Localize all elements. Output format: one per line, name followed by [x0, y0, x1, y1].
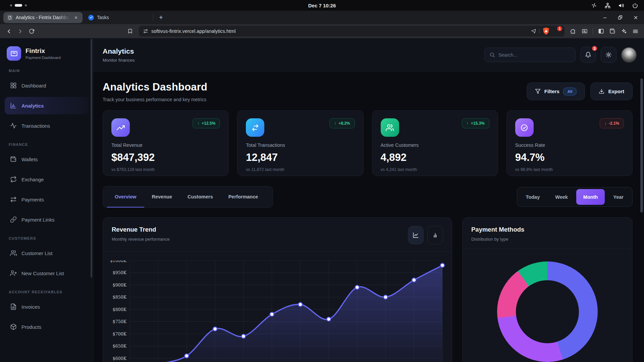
browser-tab-analytics[interactable]: Analytics - Fintrix Dashbo	[3, 12, 83, 23]
power-icon[interactable]	[632, 3, 638, 8]
range-selector: TodayWeekMonthYear	[517, 187, 633, 207]
file-icon	[10, 303, 17, 310]
svg-text:$700K: $700K	[113, 331, 127, 337]
sidebar-item-label: Transactions	[21, 123, 50, 129]
page-scrollbar[interactable]	[640, 78, 643, 213]
brave-rewards-icon[interactable]: 1	[552, 27, 560, 35]
sidebar-item-label: Analytics	[21, 103, 44, 109]
sidebar-item-dashboard[interactable]: Dashboard	[5, 77, 88, 94]
notifications-button[interactable]: 3	[580, 47, 596, 63]
wallet-icon[interactable]	[607, 26, 618, 37]
ai-sparkle-icon[interactable]	[619, 26, 629, 37]
svg-text:$850K: $850K	[113, 295, 127, 300]
range-year[interactable]: Year	[606, 189, 631, 205]
tab-revenue[interactable]: Revenue	[144, 186, 180, 207]
reload-button[interactable]	[26, 26, 37, 37]
sidebar-item-wallets[interactable]: Wallets	[5, 150, 88, 168]
window-close-button[interactable]	[632, 14, 639, 21]
stat-value: 4,892	[381, 152, 489, 164]
forward-button[interactable]	[15, 26, 25, 37]
page-title: Analytics Dashboard	[103, 81, 207, 93]
sidebar-item-payment-links[interactable]: Payment Links	[5, 211, 88, 228]
range-month[interactable]: Month	[576, 189, 605, 205]
check-circle-icon	[515, 118, 534, 137]
search-in-page-icon[interactable]	[579, 26, 590, 37]
browser-tab-tasks[interactable]: Tasks	[85, 12, 113, 23]
workspace-dot	[10, 4, 12, 6]
window-restore-button[interactable]	[616, 14, 624, 21]
sidebar-panel-icon[interactable]	[596, 26, 606, 37]
sidebar-item-payments[interactable]: Payments	[5, 191, 88, 208]
svg-text:$1000K: $1000K	[110, 260, 127, 263]
user-plus-icon	[10, 270, 17, 277]
tab-close-icon[interactable]	[73, 14, 79, 20]
site-settings-icon[interactable]	[143, 28, 148, 34]
network-icon[interactable]	[605, 3, 610, 8]
extensions-icon[interactable]	[568, 26, 579, 37]
svg-text:$950K: $950K	[113, 270, 127, 275]
input-method-icon[interactable]	[591, 3, 597, 8]
link-icon	[10, 216, 17, 223]
filters-all-badge: All	[563, 87, 577, 96]
window-minimize-button[interactable]	[601, 14, 608, 21]
brand[interactable]: Fintrix Payment Dashboard	[7, 46, 86, 61]
theme-toggle-button[interactable]	[601, 47, 616, 63]
notification-count-badge: 3	[591, 45, 598, 52]
sidebar-item-analytics[interactable]: Analytics	[5, 97, 88, 114]
payment-methods-title: Payment Methods	[471, 226, 524, 233]
range-week[interactable]: Week	[548, 189, 575, 205]
sidebar-item-transactions[interactable]: Transactions	[5, 117, 88, 134]
payment-methods-donut-chart	[497, 261, 598, 362]
system-clock[interactable]: Dec 7 10:26	[308, 3, 336, 8]
volume-icon[interactable]	[619, 3, 624, 8]
share-icon[interactable]	[531, 28, 536, 34]
sidebar-item-new-customer-list[interactable]: New Customer List	[5, 264, 88, 282]
line-chart-toggle-button[interactable]	[408, 226, 424, 244]
user-avatar[interactable]	[621, 47, 637, 63]
workspace-dot	[25, 4, 27, 6]
range-today[interactable]: Today	[519, 189, 547, 205]
arrow-up-icon: ↑	[467, 121, 469, 126]
tab-overview[interactable]: Overview	[107, 186, 144, 207]
sidebar-item-exchange[interactable]: Exchange	[5, 171, 88, 188]
search-input-wrapper	[484, 48, 576, 62]
section-label-main: MAIN	[9, 69, 84, 73]
revenue-trend-card: Revenue Trend Monthly revenue performanc…	[103, 217, 452, 362]
wallet-icon	[10, 156, 17, 163]
tab-performance[interactable]: Performance	[221, 186, 266, 207]
browser-toolbar: softivus-fintrix.vercel.app/analytics.ht…	[0, 24, 644, 38]
brave-shield-icon[interactable]	[543, 27, 549, 35]
tab-title: Tasks	[97, 15, 109, 20]
bar-chart-toggle-button[interactable]	[427, 226, 443, 244]
export-button[interactable]: Export	[590, 82, 633, 100]
revenue-trend-chart: $1000K$950K$900K$850K$800K$750K$700K$650…	[103, 252, 452, 362]
search-input[interactable]	[498, 52, 571, 58]
workspace-pill-active	[15, 4, 22, 7]
url-bar[interactable]: softivus-fintrix.vercel.app/analytics.ht…	[139, 26, 565, 37]
section-label-account-receivables: ACCOUNT RECEIVABLES	[9, 290, 84, 294]
sidebar-scrollbar[interactable]	[91, 39, 92, 278]
sidebar-item-customer-list[interactable]: Customer List	[5, 244, 88, 262]
sidebar-item-invoices[interactable]: Invoices	[5, 298, 88, 315]
sidebar-item-products[interactable]: Products	[5, 318, 88, 336]
tab-favicon	[7, 15, 13, 20]
stat-compare: vs 4,241 last month	[381, 167, 489, 172]
menu-icon[interactable]	[630, 26, 641, 37]
sidebar-item-label: Products	[21, 324, 41, 330]
tab-customers[interactable]: Customers	[180, 186, 221, 207]
change-badge: ↑+15.3%	[462, 118, 489, 128]
arrow-up-icon: ↑	[334, 121, 336, 126]
arrows-icon	[10, 196, 17, 203]
stat-card-active-customers: ↑+15.3%Active Customers4,892vs 4,241 las…	[372, 110, 498, 176]
revenue-trend-title: Revenue Trend	[112, 226, 170, 233]
tab-title: Analytics - Fintrix Dashbo	[16, 15, 70, 20]
svg-text:$650K: $650K	[113, 344, 127, 349]
new-tab-button[interactable]: +	[156, 12, 166, 22]
filters-button[interactable]: Filters All	[527, 82, 585, 100]
back-button[interactable]	[3, 26, 14, 37]
workspace-indicator[interactable]	[10, 4, 27, 7]
stat-card-total-transactions: ↑+8.2%Total Transactions12,847vs 11,872 …	[237, 110, 363, 176]
sidebar-item-label: Invoices	[21, 304, 40, 310]
activity-icon	[10, 122, 17, 129]
bookmark-icon[interactable]	[125, 26, 136, 37]
